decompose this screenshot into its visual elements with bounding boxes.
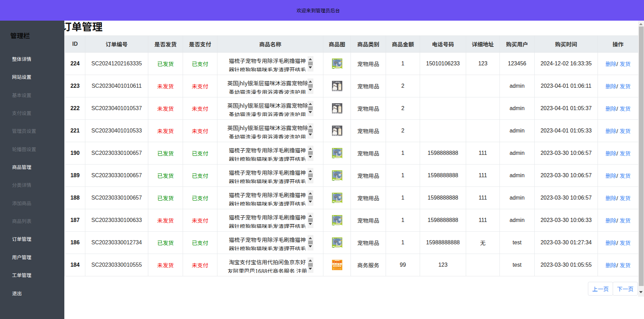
svg-text:邦邦信誉: 邦邦信誉	[332, 262, 342, 266]
